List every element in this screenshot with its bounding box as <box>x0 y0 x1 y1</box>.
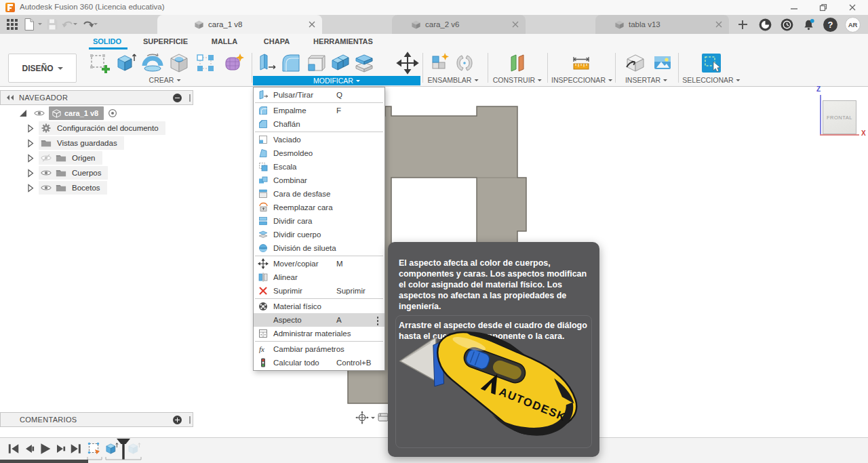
navigator-panel-header[interactable]: NAVEGADOR <box>0 90 193 105</box>
tab-cara1[interactable]: cara_1 v8 <box>157 15 322 34</box>
collapsed-triangle-icon[interactable] <box>24 153 35 163</box>
collapsed-triangle-icon[interactable] <box>24 123 35 134</box>
collapsed-triangle-icon[interactable] <box>24 167 35 178</box>
menu-item-suprimir[interactable]: SuprimirSuprimir <box>254 284 384 298</box>
timeline-sketch-feature[interactable] <box>87 441 101 458</box>
select-button[interactable] <box>700 52 723 75</box>
timeline-scroll-strip[interactable] <box>0 460 88 463</box>
notifications-bell-icon[interactable] <box>802 18 816 32</box>
tree-item-bodies[interactable]: Cuerpos <box>0 165 193 180</box>
group-ensamblar[interactable]: ENSAMBLAR <box>428 76 479 84</box>
add-comment-icon[interactable] <box>173 416 182 424</box>
tab-close-icon[interactable] <box>715 20 723 28</box>
group-insertar[interactable]: INSERTAR <box>625 76 667 84</box>
data-panel-grid-icon[interactable] <box>5 18 19 31</box>
tab-solido[interactable]: SOLIDO <box>93 37 121 45</box>
tree-item-document-settings[interactable]: Configuración del documento <box>0 121 193 136</box>
create-sketch-button[interactable] <box>87 52 110 75</box>
insert-derive-button[interactable] <box>624 52 647 75</box>
fillet-button[interactable] <box>279 52 302 75</box>
menu-item-vaciado[interactable]: Vaciado <box>254 133 384 146</box>
tab-close-icon[interactable] <box>511 20 519 28</box>
group-modificar[interactable]: MODIFICAR <box>253 76 420 85</box>
menu-item-escala[interactable]: Escala <box>254 160 384 174</box>
close-button[interactable] <box>838 0 867 15</box>
timeline-step-back-button[interactable] <box>22 442 36 456</box>
tab-cara2[interactable]: cara_2 v6 <box>392 15 526 34</box>
timeline-go-end-button[interactable] <box>69 442 83 456</box>
revolve-button[interactable] <box>141 52 164 75</box>
menu-item-mover-copiar[interactable]: Mover/copiarM <box>254 257 384 270</box>
overflow-dots-icon[interactable] <box>377 320 379 322</box>
eye-icon[interactable] <box>41 167 52 178</box>
tree-item-origin[interactable]: Origen <box>0 150 193 165</box>
menu-item-dividir-cara[interactable]: Dividir cara <box>254 214 384 228</box>
menu-item-aspecto[interactable]: AspectoA <box>254 313 384 327</box>
collapsed-triangle-icon[interactable] <box>24 138 35 148</box>
joint-button[interactable] <box>453 52 471 75</box>
combine-button[interactable] <box>328 52 351 75</box>
menu-item-material-fisico[interactable]: Material físico <box>254 300 384 313</box>
group-seleccionar[interactable]: SELECCIONAR <box>682 76 740 84</box>
extrude-button[interactable] <box>114 52 137 75</box>
menu-item-cambiar-parametros[interactable]: fxCambiar parámetros <box>254 342 384 356</box>
create-form-button[interactable] <box>222 52 245 75</box>
expand-triangle-icon[interactable] <box>18 108 28 119</box>
timeline-step-forward-button[interactable] <box>54 442 67 456</box>
redo-caret-icon[interactable] <box>94 23 98 27</box>
shell-button[interactable] <box>304 52 327 75</box>
construction-plane-button[interactable] <box>506 52 529 75</box>
restore-button[interactable] <box>809 0 837 15</box>
menu-item-cara-de-desfase[interactable]: Cara de desfase <box>254 187 384 201</box>
redo-icon[interactable] <box>81 18 95 31</box>
tab-herramientas[interactable]: HERRAMIENTAS <box>313 37 373 45</box>
help-icon[interactable]: ? <box>823 18 837 32</box>
insert-canvas-image-button[interactable] <box>651 52 674 75</box>
workspace-selector[interactable]: DISEÑO <box>8 54 77 83</box>
panel-scrollbar[interactable] <box>189 416 191 424</box>
menu-item-dividir-cuerpo[interactable]: Dividir cuerpo <box>254 228 384 241</box>
panel-scrollbar[interactable] <box>189 94 191 102</box>
menu-item-reemplazar-cara[interactable]: Reemplazar cara <box>254 201 384 214</box>
panel-options-icon[interactable] <box>173 94 182 102</box>
menu-item-pulsar-tirar[interactable]: Pulsar/TirarQ <box>254 88 384 102</box>
activate-radio-icon[interactable] <box>107 108 118 119</box>
menu-item-desmoldeo[interactable]: Desmoldeo <box>254 146 384 160</box>
collapse-panel-icon[interactable] <box>5 95 14 100</box>
collapsed-triangle-icon[interactable] <box>24 182 35 193</box>
tab-tabla[interactable]: tabla v13 <box>595 15 729 34</box>
file-menu-icon[interactable] <box>22 18 36 31</box>
tab-close-icon[interactable] <box>308 20 316 28</box>
user-avatar[interactable]: AR <box>845 17 861 33</box>
eye-icon[interactable] <box>41 182 52 193</box>
undo-icon[interactable] <box>61 18 75 31</box>
split-body-button[interactable] <box>353 52 376 75</box>
root-document-item[interactable]: cara_1 v8 <box>49 106 104 120</box>
tree-root-row[interactable]: cara_1 v8 <box>0 106 193 121</box>
undo-caret-icon[interactable] <box>73 23 77 27</box>
job-status-clock-icon[interactable] <box>780 18 794 32</box>
pattern-button[interactable] <box>194 52 217 75</box>
comments-panel-header[interactable]: COMENTARIOS <box>0 412 193 427</box>
view-cube[interactable]: FRONTAL Z X <box>811 87 868 141</box>
move-copy-button[interactable] <box>396 52 415 75</box>
menu-item-administrar-materiales[interactable]: Administrar materiales <box>254 327 384 340</box>
new-tab-button[interactable] <box>732 15 753 34</box>
group-crear[interactable]: CREAR <box>149 76 181 84</box>
eye-icon[interactable] <box>34 108 45 119</box>
tab-chapa[interactable]: CHAPA <box>264 37 290 45</box>
measure-button[interactable] <box>570 52 593 75</box>
viewcube-front-face[interactable]: FRONTAL <box>823 100 856 134</box>
hole-button[interactable] <box>167 52 191 75</box>
menu-item-alinear[interactable]: Alinear <box>254 270 384 284</box>
eye-off-icon[interactable] <box>41 153 52 163</box>
menu-item-division-de-silueta[interactable]: División de silueta <box>254 241 384 255</box>
minimize-button[interactable] <box>780 0 808 15</box>
file-menu-caret-icon[interactable] <box>38 23 42 27</box>
timeline-go-start-button[interactable] <box>7 442 20 456</box>
save-icon[interactable] <box>45 18 59 31</box>
timeline-play-button[interactable] <box>38 442 52 456</box>
menu-item-combinar[interactable]: Combinar <box>254 174 384 187</box>
orbit-caret-icon[interactable] <box>371 417 375 421</box>
menu-item-chaflan[interactable]: Chaflán <box>254 117 384 131</box>
